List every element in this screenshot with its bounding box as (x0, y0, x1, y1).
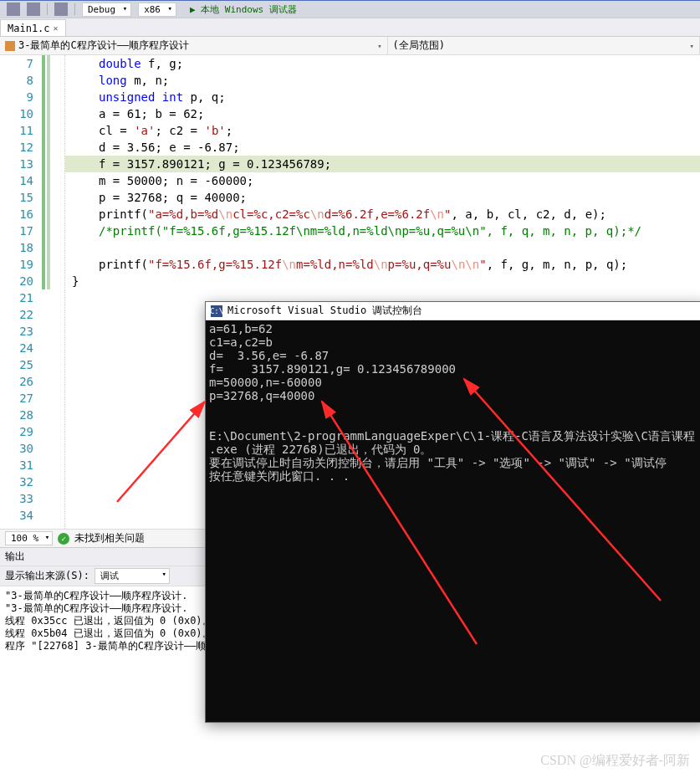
line-gutter: 7891011121314151617181920212223242526272… (0, 55, 38, 529)
chevron-down-icon: ▾ (690, 42, 694, 50)
console-icon: C:\ (211, 305, 222, 317)
change-margin (38, 55, 65, 529)
tab-label: Main1.c (8, 23, 50, 34)
toolbar-icon[interactable] (27, 3, 40, 16)
toolbar-icon[interactable] (7, 3, 20, 16)
console-titlebar[interactable]: C:\ Microsoft Visual Studio 调试控制台 (206, 302, 700, 320)
scope-dropdown-right[interactable]: (全局范围) ▾ (388, 37, 700, 54)
debug-console-window[interactable]: C:\ Microsoft Visual Studio 调试控制台 a=61,b… (205, 301, 700, 723)
nav-bar: 3-最简单的C程序设计——顺序程序设计 ▾ (全局范围) ▾ (0, 37, 700, 55)
output-src-label: 显示输出来源(S): (5, 569, 89, 583)
close-icon[interactable]: ✕ (54, 23, 59, 33)
platform-dropdown[interactable]: x86 (138, 3, 176, 17)
tab-bar: Main1.c ✕ (0, 18, 700, 37)
output-src-dropdown[interactable]: 调试 (95, 568, 170, 584)
check-icon: ✓ (58, 533, 69, 545)
toolbar-icon[interactable] (54, 3, 68, 16)
chevron-down-icon: ▾ (377, 42, 381, 50)
file-icon (5, 41, 15, 51)
main-toolbar: Debug x86 ▶ 本地 Windows 调试器 (0, 0, 700, 18)
console-body[interactable]: a=61,b=62 c1=a,c2=b d= 3.56,e= -6.87 f= … (206, 320, 700, 722)
issues-label: 未找到相关问题 (74, 531, 145, 545)
console-title-text: Microsoft Visual Studio 调试控制台 (227, 304, 422, 318)
watermark: CSDN @编程爱好者-阿新 (540, 752, 690, 770)
config-dropdown[interactable]: Debug (82, 3, 131, 17)
tab-main1c[interactable]: Main1.c ✕ (0, 19, 66, 36)
zoom-dropdown[interactable]: 100 % (5, 531, 53, 545)
scope-dropdown-left[interactable]: 3-最简单的C程序设计——顺序程序设计 ▾ (0, 37, 388, 54)
run-button[interactable]: ▶ 本地 Windows 调试器 (183, 3, 304, 17)
